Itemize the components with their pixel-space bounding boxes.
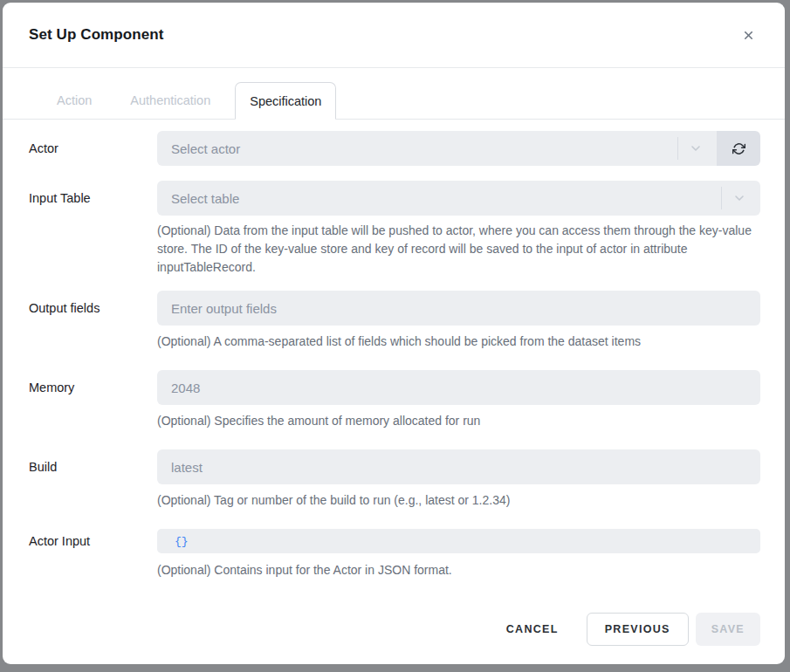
actor-input-row: Actor Input {} (Optional) Contains input…	[29, 529, 760, 579]
modal-header: Set Up Component	[3, 3, 785, 68]
tab-action[interactable]: Action	[43, 81, 106, 119]
input-table-select-placeholder: Select table	[171, 191, 721, 206]
output-fields-help: (Optional) A comma-separated list of fie…	[157, 333, 760, 351]
input-table-label: Input Table	[29, 181, 157, 277]
tabs-bar: Action Authentication Specification	[3, 68, 785, 120]
build-label: Build	[29, 449, 157, 510]
save-button[interactable]: SAVE	[696, 613, 760, 646]
refresh-actors-button[interactable]	[717, 131, 760, 166]
actor-select[interactable]: Select actor	[157, 131, 717, 166]
actor-label: Actor	[29, 131, 157, 166]
cancel-button[interactable]: CANCEL	[491, 613, 574, 646]
input-table-select[interactable]: Select table	[157, 181, 760, 216]
actor-input-help: (Optional) Contains input for the Actor …	[157, 561, 760, 579]
refresh-icon	[732, 142, 745, 155]
output-fields-input[interactable]	[157, 291, 760, 326]
chevron-down-icon	[689, 141, 703, 155]
build-row: Build (Optional) Tag or number of the bu…	[29, 449, 760, 510]
select-divider	[721, 187, 722, 209]
memory-input[interactable]	[157, 370, 760, 405]
input-table-row: Input Table Select table (Optional) Data…	[29, 181, 760, 277]
actor-row: Actor Select actor	[29, 131, 760, 166]
tab-authentication[interactable]: Authentication	[116, 81, 224, 119]
build-help: (Optional) Tag or number of the build to…	[157, 491, 760, 510]
actor-input-json-value: {}	[175, 535, 189, 548]
select-divider	[677, 137, 678, 160]
close-icon	[742, 29, 755, 42]
memory-help: (Optional) Specifies the amount of memor…	[157, 412, 760, 430]
input-table-help: (Optional) Data from the input table wil…	[157, 222, 760, 277]
memory-label: Memory	[29, 370, 157, 430]
actor-input-json-editor[interactable]: {}	[157, 529, 760, 553]
chevron-down-icon	[732, 191, 746, 205]
tab-specification[interactable]: Specification	[235, 82, 336, 120]
build-input[interactable]	[157, 449, 760, 484]
actor-input-label: Actor Input	[29, 529, 157, 579]
modal-title: Set Up Component	[29, 26, 164, 44]
close-button[interactable]	[738, 24, 759, 45]
output-fields-row: Output fields (Optional) A comma-separat…	[29, 291, 760, 351]
modal-footer: CANCEL PREVIOUS SAVE	[3, 579, 785, 646]
actor-select-placeholder: Select actor	[171, 141, 677, 156]
setup-component-modal: Set Up Component Action Authentication S…	[3, 3, 785, 664]
memory-row: Memory (Optional) Specifies the amount o…	[29, 370, 760, 430]
output-fields-label: Output fields	[29, 291, 157, 351]
specification-form: Actor Select actor	[3, 120, 785, 579]
previous-button[interactable]: PREVIOUS	[587, 613, 689, 646]
